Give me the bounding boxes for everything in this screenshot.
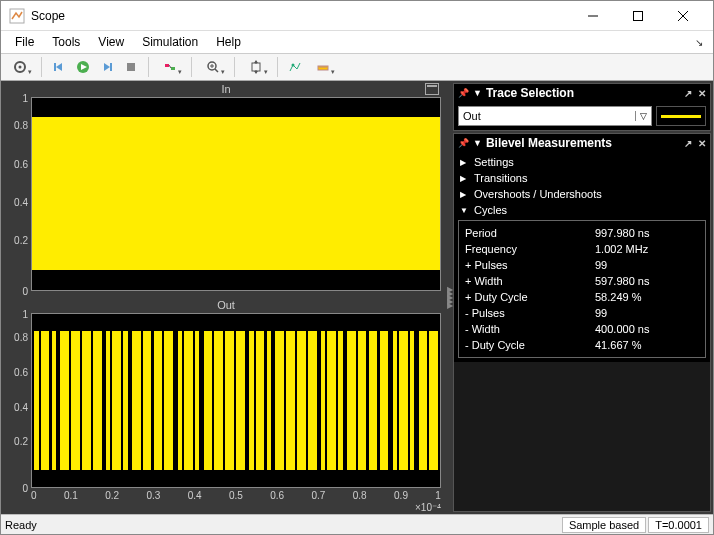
menu-view[interactable]: View — [90, 33, 132, 51]
trace-select[interactable]: Out ▽ — [458, 106, 652, 126]
status-mode: Sample based — [562, 517, 646, 533]
step-back-button[interactable] — [48, 56, 70, 78]
menu-simulation[interactable]: Simulation — [134, 33, 206, 51]
svg-rect-21 — [252, 63, 260, 71]
plot-container: In 0 0.2 0.4 0.6 0.8 1 Out 0 0.2 0.4 0.6… — [1, 81, 451, 514]
svg-marker-25 — [254, 71, 258, 74]
x-axis-ticks: 00.10.20.30.40.50.60.70.80.91 — [31, 490, 441, 502]
panel-pin-icon[interactable]: 📌 — [458, 88, 469, 98]
svg-rect-15 — [171, 67, 175, 70]
status-ready: Ready — [5, 519, 37, 531]
panel-collapse-icon[interactable]: ▼ — [473, 138, 482, 148]
in-signal — [32, 117, 440, 270]
section-overshoots[interactable]: ▶Overshoots / Undershoots — [458, 186, 706, 202]
menu-tools[interactable]: Tools — [44, 33, 88, 51]
trace-panel-title: Trace Selection — [486, 86, 678, 100]
svg-line-18 — [215, 69, 218, 72]
window-title: Scope — [31, 9, 570, 23]
cursor-button[interactable] — [284, 56, 306, 78]
maximize-axes-icon[interactable] — [425, 83, 439, 95]
bilevel-panel-title: Bilevel Measurements — [486, 136, 678, 150]
plot-out-title: Out — [1, 297, 451, 313]
section-transitions[interactable]: ▶Transitions — [458, 170, 706, 186]
menu-help[interactable]: Help — [208, 33, 249, 51]
out-signal — [32, 331, 440, 470]
cycles-table: Period997.980 ns Frequency1.002 MHz + Pu… — [458, 220, 706, 358]
highlight-button[interactable] — [155, 56, 185, 78]
measurements-button[interactable] — [308, 56, 338, 78]
step-forward-button[interactable] — [96, 56, 118, 78]
app-icon — [9, 8, 25, 24]
panel-collapse-icon[interactable]: ▼ — [473, 88, 482, 98]
svg-line-16 — [169, 65, 171, 68]
x-axis-exponent: ×10⁻⁴ — [1, 502, 441, 514]
svg-rect-13 — [127, 63, 135, 71]
run-button[interactable] — [72, 56, 94, 78]
panel-pin-icon[interactable]: 📌 — [458, 138, 469, 148]
menu-file[interactable]: File — [7, 33, 42, 51]
scale-axes-button[interactable] — [241, 56, 271, 78]
status-time: T=0.0001 — [648, 517, 709, 533]
section-settings[interactable]: ▶Settings — [458, 154, 706, 170]
panel-splitter[interactable]: ▶▶▶▶▶ — [447, 288, 453, 308]
svg-rect-12 — [110, 63, 112, 71]
svg-line-28 — [297, 63, 300, 69]
plot-out[interactable]: 0 0.2 0.4 0.6 0.8 1 — [31, 313, 441, 488]
panel-popout-icon[interactable]: ↗ — [684, 138, 692, 149]
plot-in[interactable]: 0 0.2 0.4 0.6 0.8 1 — [31, 97, 441, 291]
zoom-button[interactable] — [198, 56, 228, 78]
toolbar-menu-arrow-icon[interactable]: ↘ — [695, 37, 707, 48]
trace-color-swatch — [656, 106, 706, 126]
plot-in-title: In — [1, 81, 451, 97]
configure-button[interactable] — [5, 56, 35, 78]
svg-marker-24 — [254, 60, 258, 63]
svg-rect-8 — [54, 63, 56, 71]
svg-point-6 — [19, 66, 22, 69]
bilevel-panel: 📌 ▼ Bilevel Measurements ↗ ✕ ▶Settings ▶… — [453, 133, 711, 512]
svg-marker-7 — [56, 63, 62, 71]
section-cycles[interactable]: ▼Cycles — [458, 202, 706, 218]
svg-rect-0 — [10, 9, 24, 23]
svg-rect-2 — [633, 11, 642, 20]
svg-rect-14 — [165, 64, 169, 67]
close-button[interactable] — [660, 1, 705, 30]
stop-button[interactable] — [120, 56, 142, 78]
svg-point-29 — [292, 64, 295, 67]
chevron-down-icon: ▽ — [635, 111, 647, 121]
svg-marker-11 — [104, 63, 110, 71]
panel-popout-icon[interactable]: ↗ — [684, 88, 692, 99]
trace-selection-panel: 📌 ▼ Trace Selection ↗ ✕ Out ▽ — [453, 83, 711, 131]
panel-close-icon[interactable]: ✕ — [698, 88, 706, 99]
maximize-button[interactable] — [615, 1, 660, 30]
panel-close-icon[interactable]: ✕ — [698, 138, 706, 149]
minimize-button[interactable] — [570, 1, 615, 30]
